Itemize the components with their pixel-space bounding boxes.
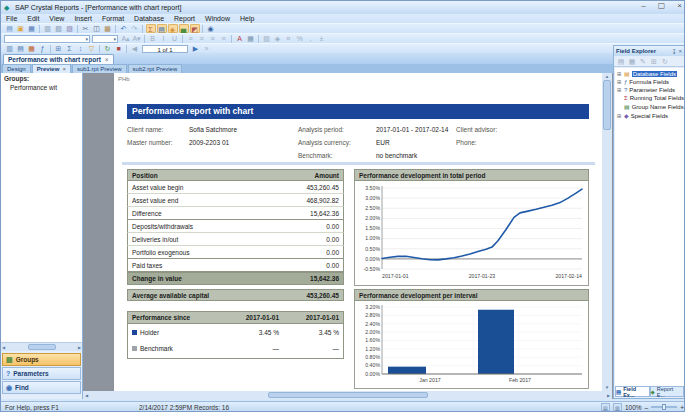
menu-report[interactable]: Report [169,15,200,22]
page-number-box[interactable]: 1 of 1 [142,45,188,53]
document-tab[interactable]: Performance with chart report × [3,54,114,64]
tab-field-explorer[interactable]: ▤Field Ex... [615,386,650,397]
scroll-right-icon[interactable]: ▶ [78,345,81,350]
menu-view[interactable]: View [44,15,69,22]
groups-button[interactable]: ▤Groups [2,353,81,366]
close-button[interactable]: × [677,1,682,10]
insert-group-icon[interactable]: ⊞ [54,44,64,53]
menu-window[interactable]: Window [200,15,235,22]
tree-parameter-fields[interactable]: ⊞?Parameter Fields [615,85,684,93]
suppress-icon[interactable]: ▧ [262,34,272,43]
scroll-right-icon[interactable]: ▶ [607,393,610,398]
filter-icon[interactable]: ▽ [87,44,97,53]
minimize-button[interactable]: – [641,1,645,10]
canvas-vscrollbar[interactable]: ▲ ▼ [602,73,612,391]
cut-icon[interactable]: ✂ [81,24,91,33]
align-justify-icon[interactable]: ≡ [219,34,229,43]
align-right-icon[interactable]: ≡ [208,34,218,43]
insert-group-icon[interactable]: ▤ [157,24,167,33]
font-name-combo[interactable]: ▾ [4,35,90,43]
font-color-icon[interactable]: A [235,34,245,43]
refresh-icon[interactable]: ↻ [103,44,113,53]
pin-icon[interactable]: ↧ [670,48,677,55]
menu-database[interactable]: Database [129,15,169,22]
percent-icon[interactable]: % [295,34,305,43]
insert-summary-icon[interactable]: Σ [146,24,156,33]
scroll-thumb[interactable] [28,344,56,350]
expander-icon[interactable]: ⊞ [617,113,622,119]
undo-icon[interactable]: ↶ [119,24,129,33]
tree-formula-fields[interactable]: ⊞ƒFormula Fields [615,77,684,85]
insert-chart-icon[interactable]: ▅ [179,24,189,33]
scroll-up-icon[interactable]: ▲ [605,74,609,79]
decrease-font-icon[interactable]: A▾ [132,34,142,43]
insert-summary-icon[interactable]: Σ [65,44,75,53]
scroll-left-icon[interactable]: ◀ [2,345,5,350]
increase-font-icon[interactable]: A▴ [121,34,131,43]
redo-icon[interactable]: ↷ [130,24,140,33]
scroll-thumb[interactable] [268,392,428,398]
tab-sub1-preview[interactable]: sub1.rpt Preview [72,64,127,73]
font-size-combo[interactable]: ▾ [92,35,118,43]
new-icon[interactable]: ▤ [5,24,15,33]
paste-icon[interactable]: ▩ [103,24,113,33]
select-expert-icon[interactable]: ▦ [27,44,37,53]
group-tree-item[interactable]: Performance wit [1,82,82,91]
insert-field-icon[interactable]: ◈ [168,24,178,33]
print-preview-icon[interactable]: ▧ [54,24,64,33]
expander-icon[interactable]: ⊞ [617,87,622,93]
zoom-slider-knob[interactable] [662,404,666,410]
sort-icon[interactable]: ↕ [76,44,86,53]
bold-icon[interactable]: B [148,34,158,43]
align-left-icon[interactable]: ≡ [186,34,196,43]
border-icon[interactable]: ▦ [246,34,256,43]
menu-format[interactable]: Format [97,15,129,22]
find-icon[interactable]: ◉ [206,24,216,33]
print-icon[interactable]: ▥ [43,24,53,33]
close-panel-icon[interactable]: × [677,48,683,54]
thousands-icon[interactable]: , [306,34,316,43]
close-preview-icon[interactable]: × [62,66,66,72]
page-width-icon[interactable]: ▥ [613,403,622,411]
next-page-icon[interactable]: ▶ [191,44,201,53]
tree-database-fields[interactable]: ⊞▤Database Fields [615,68,684,77]
save-icon[interactable]: ▦ [27,24,37,33]
formula-workshop-icon[interactable]: ƒ [38,44,48,53]
group-expert-icon[interactable]: ▤ [16,44,26,53]
open-icon[interactable]: ▣ [16,24,26,33]
fe-edit-icon[interactable]: ✎ [639,57,648,66]
fe-new-icon[interactable]: ⊞ [650,57,659,66]
fe-browse-data-icon[interactable]: ▤ [617,57,626,66]
menu-edit[interactable]: Edit [22,15,44,22]
italic-icon[interactable]: I [159,34,169,43]
last-page-icon[interactable]: » [202,44,212,53]
zoom-out-icon[interactable]: – [645,404,649,411]
zoom-in-icon[interactable]: + [680,404,684,411]
maximize-button[interactable]: ▢ [658,1,666,10]
group-tree-hscrollbar[interactable]: ◀ ▶ [1,343,82,351]
menu-help[interactable]: Help [235,15,259,22]
currency-icon[interactable]: ¤ [284,34,294,43]
expander-icon[interactable]: ⊞ [617,71,622,77]
tree-group-name-fields[interactable]: ▤Group Name Fields [615,101,684,110]
document-tab-close-icon[interactable]: × [105,56,109,63]
decimals-icon[interactable]: ± [317,34,327,43]
expander-icon[interactable]: ⊞ [617,79,622,85]
underline-icon[interactable]: U [170,34,180,43]
menu-insert[interactable]: Insert [69,15,97,22]
export-icon[interactable]: ▨ [65,24,75,33]
tree-running-total-fields[interactable]: ΣRunning Total Fields [615,93,684,101]
prev-page-icon[interactable]: ◀ [130,44,140,53]
scroll-left-icon[interactable]: ◀ [85,393,88,398]
tab-sub2-preview[interactable]: sub2.rpt Preview [128,64,183,73]
menu-file[interactable]: File [1,15,22,22]
canvas-hscrollbar[interactable]: ◀ ▶ [83,391,612,399]
fe-refresh-icon[interactable]: ↻ [661,57,670,66]
page-layout-icon[interactable]: ▤ [601,403,610,411]
section-expert-icon[interactable]: ▥ [5,44,15,53]
lock-format-icon[interactable]: ◈ [273,34,283,43]
tree-special-fields[interactable]: ⊞◆Special Fields [615,110,684,119]
insert-picture-icon[interactable]: ◩ [190,24,200,33]
stop-icon[interactable]: ■ [114,44,124,53]
parameters-button[interactable]: ?Parameters [2,367,81,380]
